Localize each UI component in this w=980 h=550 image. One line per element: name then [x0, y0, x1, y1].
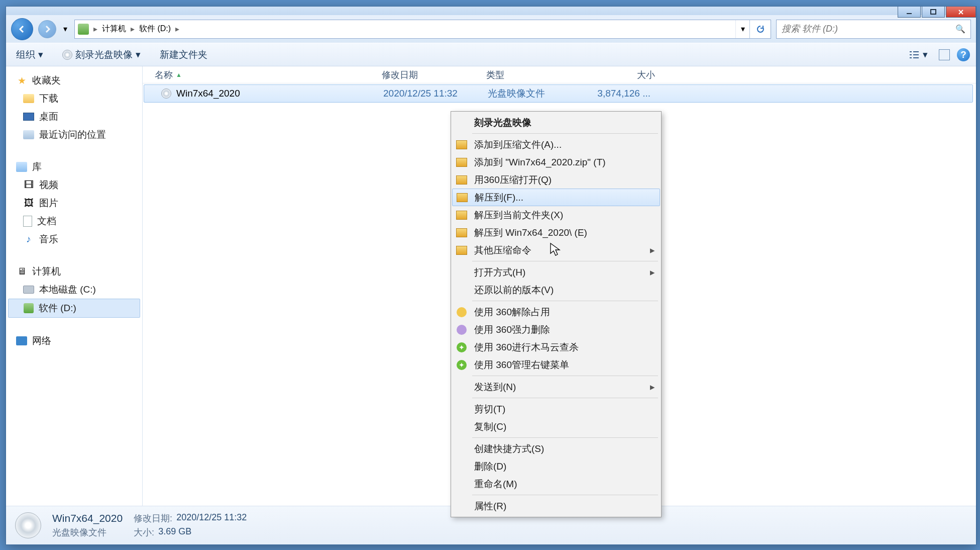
window-controls — [898, 7, 976, 18]
separator — [472, 437, 658, 438]
drive-icon — [78, 24, 89, 35]
ctx-copy[interactable]: 复制(C) — [452, 418, 660, 435]
sidebar-libraries-header[interactable]: 库 — [8, 158, 140, 176]
sidebar-item-label: 视频 — [39, 178, 58, 192]
ctx-delete[interactable]: 删除(D) — [452, 457, 660, 475]
column-label: 修改日期 — [382, 70, 418, 80]
ctx-360-unlock[interactable]: 使用 360解除占用 — [452, 303, 660, 321]
search-box[interactable]: 🔍 — [776, 20, 971, 39]
sidebar-libraries: 库 🎞视频 🖼图片 文档 ♪音乐 — [8, 158, 140, 248]
address-dropdown-button[interactable]: ▾ — [735, 20, 749, 38]
ctx-extract-to[interactable]: 解压到(F)... — [452, 189, 660, 206]
column-name[interactable]: 名称▲ — [151, 69, 378, 81]
chevron-right-icon[interactable]: ▸ — [129, 24, 136, 34]
ctx-360-menu[interactable]: ✦使用 360管理右键菜单 — [452, 356, 660, 374]
close-button[interactable] — [946, 7, 976, 18]
folder-icon — [23, 94, 34, 103]
ctx-other-zip[interactable]: 其他压缩命令▸ — [452, 241, 660, 259]
sidebar-item-videos[interactable]: 🎞视频 — [8, 176, 140, 194]
sidebar-network-header[interactable]: 网络 — [8, 332, 140, 350]
sidebar-item-music[interactable]: ♪音乐 — [8, 230, 140, 248]
ctx-send-to[interactable]: 发送到(N)▸ — [452, 378, 660, 396]
chevron-down-icon: ▾ — [136, 49, 141, 60]
video-icon: 🎞 — [23, 179, 34, 191]
sidebar-item-c-drive[interactable]: 本地磁盘 (C:) — [8, 281, 140, 299]
breadcrumb-label: 软件 (D:) — [139, 24, 171, 34]
toolbar: 组织 ▾ 刻录光盘映像 ▾ 新建文件夹 ▾ ? — [6, 43, 976, 66]
ctx-label: 删除(D) — [474, 460, 506, 473]
organize-button[interactable]: 组织 ▾ — [12, 47, 47, 63]
column-headers: 名称▲ 修改日期 类型 大小 — [143, 66, 976, 83]
column-date[interactable]: 修改日期 — [378, 69, 482, 81]
view-options-button[interactable]: ▾ — [905, 47, 932, 62]
context-menu: 刻录光盘映像 添加到压缩文件(A)... 添加到 "Win7x64_2020.z… — [451, 111, 662, 517]
sidebar-item-recent[interactable]: 最近访问的位置 — [8, 126, 140, 144]
chevron-right-icon[interactable]: ▸ — [174, 24, 181, 34]
ctx-label: 创建快捷方式(S) — [474, 442, 544, 455]
address-bar[interactable]: ▸ 计算机 ▸ 软件 (D:) ▸ ▾ — [74, 20, 771, 39]
ctx-properties[interactable]: 属性(R) — [452, 497, 660, 515]
file-row[interactable]: Win7x64_2020 2020/12/25 11:32 光盘映像文件 3,8… — [144, 84, 973, 103]
refresh-button[interactable] — [749, 20, 771, 38]
archive-icon — [457, 193, 468, 202]
address-row: ▾ ▸ 计算机 ▸ 软件 (D:) ▸ ▾ 🔍 — [6, 15, 976, 43]
ctx-label: 打开方式(H) — [474, 266, 525, 279]
sidebar-item-label: 最近访问的位置 — [39, 128, 106, 141]
ctx-label: 解压到(F)... — [475, 191, 523, 204]
help-button[interactable]: ? — [957, 48, 970, 61]
ctx-restore-prev[interactable]: 还原以前的版本(V) — [452, 281, 660, 299]
maximize-button[interactable] — [922, 7, 945, 18]
column-type[interactable]: 类型 — [482, 69, 589, 81]
breadcrumb-drive[interactable]: 软件 (D:) — [136, 20, 174, 38]
sidebar-favorites-header[interactable]: ★收藏夹 — [8, 71, 140, 89]
sidebar-item-documents[interactable]: 文档 — [8, 212, 140, 230]
chevron-right-icon[interactable]: ▸ — [92, 24, 99, 34]
ctx-cut[interactable]: 剪切(T) — [452, 400, 660, 418]
ctx-add-zip[interactable]: 添加到 "Win7x64_2020.zip" (T) — [452, 153, 660, 171]
ctx-burn[interactable]: 刻录光盘映像 — [452, 114, 660, 131]
archive-icon — [456, 140, 467, 149]
ctx-360-scan[interactable]: ✦使用 360进行木马云查杀 — [452, 338, 660, 356]
ctx-360-forcedel[interactable]: 使用 360强力删除 — [452, 321, 660, 338]
column-size[interactable]: 大小 — [589, 69, 659, 81]
nav-forward-button[interactable] — [38, 20, 56, 38]
ctx-label: 添加到 "Win7x64_2020.zip" (T) — [474, 156, 606, 169]
ctx-open-360zip[interactable]: 用360压缩打开(Q) — [452, 171, 660, 189]
column-label: 大小 — [637, 70, 655, 80]
ctx-extract-here[interactable]: 解压到当前文件夹(X) — [452, 206, 660, 224]
search-input[interactable] — [782, 24, 951, 34]
computer-icon: 🖥 — [16, 266, 27, 277]
minimize-button[interactable] — [898, 7, 921, 18]
breadcrumb-root[interactable] — [75, 20, 92, 38]
ctx-extract-named[interactable]: 解压到 Win7x64_2020\ (E) — [452, 224, 660, 241]
sidebar-item-d-drive[interactable]: 软件 (D:) — [8, 299, 140, 318]
nav-back-button[interactable] — [11, 18, 33, 40]
search-icon[interactable]: 🔍 — [955, 24, 965, 34]
ctx-shortcut[interactable]: 创建快捷方式(S) — [452, 440, 660, 457]
new-folder-button[interactable]: 新建文件夹 — [156, 47, 211, 63]
column-label: 名称 — [155, 69, 173, 81]
file-size: 3,874,126 ... — [590, 88, 655, 99]
breadcrumb-computer[interactable]: 计算机 — [99, 20, 129, 38]
ctx-open-with[interactable]: 打开方式(H)▸ — [452, 263, 660, 281]
file-type: 光盘映像文件 — [484, 87, 590, 100]
archive-icon — [456, 211, 467, 220]
file-date: 2020/12/25 11:32 — [379, 88, 484, 99]
ctx-add-archive[interactable]: 添加到压缩文件(A)... — [452, 136, 660, 153]
iso-file-icon — [15, 512, 41, 538]
chevron-down-icon: ▾ — [38, 49, 43, 60]
nav-history-dropdown[interactable]: ▾ — [61, 20, 69, 38]
submenu-arrow-icon: ▸ — [650, 266, 655, 278]
sidebar-item-downloads[interactable]: 下载 — [8, 89, 140, 108]
preview-pane-button[interactable] — [939, 49, 950, 60]
burn-image-button[interactable]: 刻录光盘映像 ▾ — [58, 47, 145, 63]
breadcrumb-label: 计算机 — [102, 24, 126, 34]
sidebar-item-label: 音乐 — [39, 233, 58, 246]
sidebar-item-desktop[interactable]: 桌面 — [8, 108, 140, 126]
svg-rect-1 — [931, 10, 936, 14]
ctx-rename[interactable]: 重命名(M) — [452, 475, 660, 493]
sidebar-computer-header[interactable]: 🖥计算机 — [8, 262, 140, 281]
sidebar-item-pictures[interactable]: 🖼图片 — [8, 194, 140, 212]
360-icon: ✦ — [457, 360, 467, 370]
iso-file-icon — [161, 88, 171, 99]
